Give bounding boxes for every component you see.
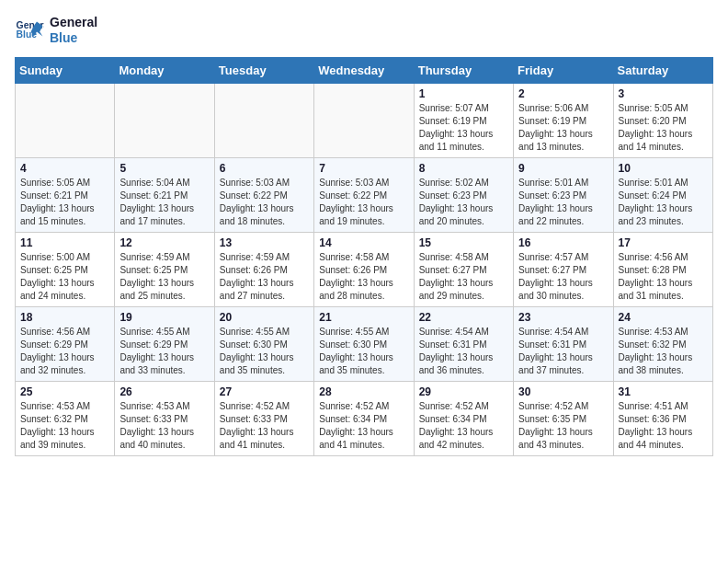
calendar-week-2: 4Sunrise: 5:05 AMSunset: 6:21 PMDaylight… — [16, 157, 713, 232]
day-info: Sunrise: 4:54 AMSunset: 6:31 PMDaylight:… — [419, 326, 508, 377]
calendar-cell: 6Sunrise: 5:03 AMSunset: 6:22 PMDaylight… — [214, 157, 313, 232]
calendar-cell: 28Sunrise: 4:52 AMSunset: 6:34 PMDayligh… — [314, 381, 414, 455]
weekday-header-wednesday: Wednesday — [314, 57, 414, 83]
day-number: 7 — [319, 162, 408, 175]
calendar-cell: 27Sunrise: 4:52 AMSunset: 6:33 PMDayligh… — [214, 381, 313, 455]
day-info: Sunrise: 4:55 AMSunset: 6:29 PMDaylight:… — [119, 326, 209, 377]
day-info: Sunrise: 5:02 AMSunset: 6:23 PMDaylight:… — [419, 177, 508, 228]
day-number: 13 — [220, 236, 309, 249]
day-info: Sunrise: 4:55 AMSunset: 6:30 PMDaylight:… — [220, 326, 309, 377]
day-info: Sunrise: 5:04 AMSunset: 6:21 PMDaylight:… — [119, 177, 209, 228]
weekday-header-sunday: Sunday — [16, 57, 115, 83]
calendar-cell: 23Sunrise: 4:54 AMSunset: 6:31 PMDayligh… — [514, 306, 613, 381]
day-number: 24 — [619, 311, 708, 324]
day-info: Sunrise: 4:52 AMSunset: 6:34 PMDaylight:… — [419, 400, 508, 452]
calendar-cell: 26Sunrise: 4:53 AMSunset: 6:33 PMDayligh… — [115, 381, 214, 455]
calendar-week-4: 18Sunrise: 4:56 AMSunset: 6:29 PMDayligh… — [16, 306, 713, 381]
calendar-cell: 3Sunrise: 5:05 AMSunset: 6:20 PMDaylight… — [613, 83, 712, 157]
day-info: Sunrise: 4:58 AMSunset: 6:26 PMDaylight:… — [319, 251, 408, 303]
day-number: 3 — [619, 87, 708, 100]
day-info: Sunrise: 4:53 AMSunset: 6:33 PMDaylight:… — [119, 400, 209, 452]
calendar-cell: 7Sunrise: 5:03 AMSunset: 6:22 PMDaylight… — [314, 157, 414, 232]
calendar-cell: 12Sunrise: 4:59 AMSunset: 6:25 PMDayligh… — [115, 232, 214, 306]
calendar-cell: 29Sunrise: 4:52 AMSunset: 6:34 PMDayligh… — [414, 381, 513, 455]
day-number: 16 — [518, 236, 608, 249]
day-number: 21 — [319, 311, 408, 324]
day-info: Sunrise: 4:55 AMSunset: 6:30 PMDaylight:… — [319, 326, 408, 377]
day-number: 31 — [619, 385, 708, 398]
calendar-cell: 9Sunrise: 5:01 AMSunset: 6:23 PMDaylight… — [514, 157, 613, 232]
calendar-cell: 10Sunrise: 5:01 AMSunset: 6:24 PMDayligh… — [613, 157, 712, 232]
day-number: 28 — [319, 385, 408, 398]
day-info: Sunrise: 5:05 AMSunset: 6:20 PMDaylight:… — [619, 102, 708, 154]
day-number: 11 — [20, 236, 109, 249]
day-info: Sunrise: 4:52 AMSunset: 6:34 PMDaylight:… — [319, 400, 408, 452]
day-info: Sunrise: 4:56 AMSunset: 6:29 PMDaylight:… — [20, 326, 109, 377]
calendar-cell: 30Sunrise: 4:52 AMSunset: 6:35 PMDayligh… — [514, 381, 613, 455]
page-header: General Blue General Blue — [15, 15, 713, 46]
calendar-cell: 17Sunrise: 4:56 AMSunset: 6:28 PMDayligh… — [613, 232, 712, 306]
day-info: Sunrise: 4:59 AMSunset: 6:26 PMDaylight:… — [220, 251, 309, 303]
day-info: Sunrise: 5:01 AMSunset: 6:23 PMDaylight:… — [518, 177, 608, 228]
day-info: Sunrise: 5:01 AMSunset: 6:24 PMDaylight:… — [619, 177, 708, 228]
day-info: Sunrise: 4:56 AMSunset: 6:28 PMDaylight:… — [619, 251, 708, 303]
weekday-header-friday: Friday — [514, 57, 613, 83]
weekday-header-tuesday: Tuesday — [214, 57, 313, 83]
day-number: 14 — [319, 236, 408, 249]
day-info: Sunrise: 4:57 AMSunset: 6:27 PMDaylight:… — [518, 251, 608, 303]
logo: General Blue General Blue — [15, 15, 97, 46]
day-number: 12 — [119, 236, 209, 249]
calendar-cell — [115, 83, 214, 157]
day-number: 8 — [419, 162, 508, 175]
day-number: 18 — [20, 311, 109, 324]
day-number: 22 — [419, 311, 508, 324]
day-info: Sunrise: 4:59 AMSunset: 6:25 PMDaylight:… — [119, 251, 209, 303]
day-info: Sunrise: 4:53 AMSunset: 6:32 PMDaylight:… — [20, 400, 109, 452]
calendar-cell: 21Sunrise: 4:55 AMSunset: 6:30 PMDayligh… — [314, 306, 414, 381]
calendar-cell: 5Sunrise: 5:04 AMSunset: 6:21 PMDaylight… — [115, 157, 214, 232]
weekday-header-monday: Monday — [115, 57, 214, 83]
calendar-cell: 25Sunrise: 4:53 AMSunset: 6:32 PMDayligh… — [16, 381, 115, 455]
calendar-cell — [16, 83, 115, 157]
day-number: 17 — [619, 236, 708, 249]
calendar-cell — [214, 83, 313, 157]
day-info: Sunrise: 5:03 AMSunset: 6:22 PMDaylight:… — [220, 177, 309, 228]
calendar-cell: 11Sunrise: 5:00 AMSunset: 6:25 PMDayligh… — [16, 232, 115, 306]
day-number: 6 — [220, 162, 309, 175]
calendar-cell: 22Sunrise: 4:54 AMSunset: 6:31 PMDayligh… — [414, 306, 513, 381]
calendar-cell: 15Sunrise: 4:58 AMSunset: 6:27 PMDayligh… — [414, 232, 513, 306]
day-number: 9 — [518, 162, 608, 175]
weekday-header-thursday: Thursday — [414, 57, 513, 83]
calendar-week-5: 25Sunrise: 4:53 AMSunset: 6:32 PMDayligh… — [16, 381, 713, 455]
day-info: Sunrise: 4:58 AMSunset: 6:27 PMDaylight:… — [419, 251, 508, 303]
calendar-cell: 1Sunrise: 5:07 AMSunset: 6:19 PMDaylight… — [414, 83, 513, 157]
calendar-header-row: SundayMondayTuesdayWednesdayThursdayFrid… — [16, 57, 713, 83]
calendar-cell: 19Sunrise: 4:55 AMSunset: 6:29 PMDayligh… — [115, 306, 214, 381]
calendar-cell: 13Sunrise: 4:59 AMSunset: 6:26 PMDayligh… — [214, 232, 313, 306]
calendar-cell: 2Sunrise: 5:06 AMSunset: 6:19 PMDaylight… — [514, 83, 613, 157]
day-info: Sunrise: 5:05 AMSunset: 6:21 PMDaylight:… — [20, 177, 109, 228]
day-info: Sunrise: 5:00 AMSunset: 6:25 PMDaylight:… — [20, 251, 109, 303]
calendar-cell: 18Sunrise: 4:56 AMSunset: 6:29 PMDayligh… — [16, 306, 115, 381]
day-number: 10 — [619, 162, 708, 175]
logo-icon: General Blue — [15, 16, 44, 45]
day-info: Sunrise: 5:07 AMSunset: 6:19 PMDaylight:… — [419, 102, 508, 154]
day-number: 23 — [518, 311, 608, 324]
calendar-week-1: 1Sunrise: 5:07 AMSunset: 6:19 PMDaylight… — [16, 83, 713, 157]
day-number: 20 — [220, 311, 309, 324]
calendar-cell: 14Sunrise: 4:58 AMSunset: 6:26 PMDayligh… — [314, 232, 414, 306]
day-number: 27 — [220, 385, 309, 398]
day-number: 26 — [119, 385, 209, 398]
calendar-cell — [314, 83, 414, 157]
calendar-cell: 4Sunrise: 5:05 AMSunset: 6:21 PMDaylight… — [16, 157, 115, 232]
day-number: 29 — [419, 385, 508, 398]
calendar-week-3: 11Sunrise: 5:00 AMSunset: 6:25 PMDayligh… — [16, 232, 713, 306]
calendar-cell: 20Sunrise: 4:55 AMSunset: 6:30 PMDayligh… — [214, 306, 313, 381]
calendar-table: SundayMondayTuesdayWednesdayThursdayFrid… — [15, 57, 713, 456]
logo-text-general: General — [50, 15, 97, 30]
calendar-cell: 16Sunrise: 4:57 AMSunset: 6:27 PMDayligh… — [514, 232, 613, 306]
day-number: 30 — [518, 385, 608, 398]
day-info: Sunrise: 4:54 AMSunset: 6:31 PMDaylight:… — [518, 326, 608, 377]
calendar-cell: 8Sunrise: 5:02 AMSunset: 6:23 PMDaylight… — [414, 157, 513, 232]
logo-text-blue: Blue — [50, 30, 97, 46]
